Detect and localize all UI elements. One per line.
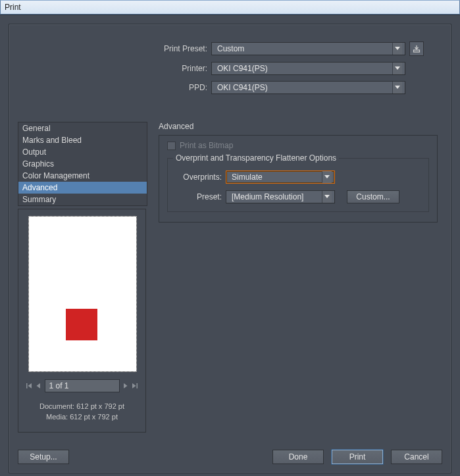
chevron-down-icon bbox=[392, 63, 402, 74]
custom-button-label: Custom... bbox=[356, 192, 390, 201]
page-indicator-text: 1 of 1 bbox=[49, 381, 69, 390]
svg-marker-5 bbox=[324, 175, 330, 178]
flattener-preset-value: [Medium Resolution] bbox=[232, 192, 303, 201]
document-dim-value: 612 pt x 792 pt bbox=[76, 402, 124, 410]
svg-marker-10 bbox=[124, 383, 128, 388]
sidebar-item-graphics[interactable]: Graphics bbox=[18, 158, 147, 170]
svg-rect-12 bbox=[136, 383, 138, 388]
svg-marker-11 bbox=[132, 383, 136, 388]
svg-marker-6 bbox=[324, 195, 330, 198]
overprints-dropdown[interactable]: Simulate bbox=[226, 171, 335, 184]
chevron-down-icon bbox=[322, 191, 332, 203]
overprints-value: Simulate bbox=[232, 172, 263, 182]
printer-value: OKI C941(PS) bbox=[217, 64, 268, 73]
svg-marker-3 bbox=[395, 66, 400, 70]
chevron-down-icon bbox=[392, 43, 402, 55]
done-button-label: Done bbox=[289, 452, 308, 462]
overprints-label: Overprints: bbox=[176, 172, 226, 182]
sidebar-item-color-management[interactable]: Color Management bbox=[18, 170, 147, 182]
overprint-group: Overprint and Transparency Flattener Opt… bbox=[167, 158, 429, 212]
prev-page-icon bbox=[36, 383, 41, 389]
print-as-bitmap-checkbox bbox=[167, 142, 176, 150]
sidebar-item-marks-and-bleed[interactable]: Marks and Bleed bbox=[18, 134, 147, 146]
svg-marker-0 bbox=[395, 47, 400, 50]
save-preset-button[interactable] bbox=[409, 41, 424, 56]
setup-button-label: Setup... bbox=[30, 452, 57, 462]
print-preset-label: Print Preset: bbox=[79, 44, 211, 53]
document-dim-label: Document: bbox=[39, 402, 74, 410]
ppd-value: OKI C941(PS) bbox=[217, 83, 268, 92]
window-titlebar: Print bbox=[0, 0, 460, 14]
svg-marker-9 bbox=[37, 383, 41, 388]
cancel-button-label: Cancel bbox=[404, 452, 428, 462]
svg-marker-4 bbox=[395, 86, 400, 89]
section-title: Advanced bbox=[159, 122, 193, 131]
media-dim-label: Media: bbox=[46, 413, 68, 421]
last-page-button[interactable] bbox=[132, 381, 138, 391]
top-fields: Print Preset: Custom Printer: OKI C941(P… bbox=[79, 41, 440, 100]
printer-dropdown[interactable]: OKI C941(PS) bbox=[211, 62, 405, 75]
page-nav: 1 of 1 bbox=[26, 379, 138, 392]
prev-page-button[interactable] bbox=[35, 381, 41, 391]
media-dim-value: 612 pt x 792 pt bbox=[70, 413, 118, 421]
preview-dimensions: Document: 612 pt x 792 pt Media: 612 pt … bbox=[18, 401, 145, 422]
sidebar-item-output[interactable]: Output bbox=[18, 146, 147, 158]
ppd-dropdown[interactable]: OKI C941(PS) bbox=[211, 81, 405, 94]
flattener-preset-dropdown[interactable]: [Medium Resolution] bbox=[226, 190, 335, 203]
dialog-body: Print Preset: Custom Printer: OKI C941(P… bbox=[0, 14, 460, 476]
done-button[interactable]: Done bbox=[272, 450, 324, 464]
section-list[interactable]: General Marks and Bleed Output Graphics … bbox=[18, 122, 147, 206]
svg-rect-2 bbox=[414, 50, 420, 52]
sidebar-item-advanced[interactable]: Advanced bbox=[18, 182, 147, 194]
chevron-down-icon bbox=[322, 171, 332, 183]
next-page-icon bbox=[123, 383, 128, 389]
svg-marker-8 bbox=[28, 383, 32, 388]
print-button-label: Print bbox=[349, 452, 366, 462]
sidebar-item-general[interactable]: General bbox=[18, 122, 147, 134]
dialog-buttons: Setup... Done Print Cancel bbox=[18, 450, 442, 464]
print-as-bitmap-label: Print as Bitmap bbox=[180, 141, 233, 150]
next-page-button[interactable] bbox=[122, 381, 129, 391]
first-page-icon bbox=[26, 383, 32, 389]
print-button[interactable]: Print bbox=[332, 450, 383, 464]
preset-label: Preset: bbox=[176, 192, 226, 201]
window-title: Print bbox=[5, 3, 21, 12]
svg-rect-7 bbox=[26, 383, 28, 388]
save-preset-icon bbox=[413, 45, 421, 53]
advanced-panel: Print as Bitmap Overprint and Transparen… bbox=[159, 135, 438, 223]
chevron-down-icon bbox=[392, 82, 402, 93]
print-preset-dropdown[interactable]: Custom bbox=[211, 42, 405, 55]
ppd-label: PPD: bbox=[79, 83, 211, 92]
setup-button[interactable]: Setup... bbox=[18, 450, 69, 464]
sidebar-item-summary[interactable]: Summary bbox=[18, 194, 147, 205]
print-as-bitmap-row: Print as Bitmap bbox=[167, 141, 429, 150]
preview-panel: 1 of 1 Document: 612 pt x 792 pt Media: … bbox=[18, 209, 146, 433]
printer-label: Printer: bbox=[79, 64, 211, 73]
last-page-icon bbox=[132, 383, 138, 389]
preview-thumbnail bbox=[28, 216, 137, 372]
custom-flattener-button[interactable]: Custom... bbox=[347, 190, 399, 203]
first-page-button[interactable] bbox=[26, 381, 32, 391]
cancel-button[interactable]: Cancel bbox=[391, 450, 442, 464]
overprint-group-title: Overprint and Transparency Flattener Opt… bbox=[173, 153, 339, 163]
page-indicator[interactable]: 1 of 1 bbox=[45, 379, 120, 392]
preview-artwork bbox=[66, 309, 97, 340]
print-preset-value: Custom bbox=[217, 44, 244, 53]
